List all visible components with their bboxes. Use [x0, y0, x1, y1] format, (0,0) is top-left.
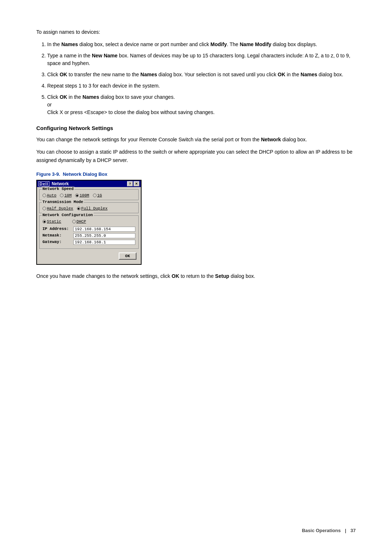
full-duplex[interactable]: Full Duplex [77, 206, 108, 211]
step-2: Type a name in the New Name box. Names o… [47, 52, 356, 67]
ip-label: IP Address: [42, 227, 73, 232]
speed-1g-label: 1G [97, 193, 102, 198]
speed-10m-radio[interactable] [60, 194, 64, 197]
netmask-label: Netmask: [42, 233, 73, 238]
speed-10m-label: 10M [64, 193, 72, 198]
gateway-label: Gateway: [42, 240, 73, 245]
section-para1: You can change the network settings for … [36, 135, 356, 143]
close-button[interactable]: ✕ [134, 181, 139, 186]
dialog-title: Network [52, 181, 69, 186]
help-button[interactable]: ? [127, 181, 133, 186]
static-option[interactable]: Static [42, 219, 61, 224]
dell-logo: Dell [38, 181, 49, 186]
dialog-footer: OK [39, 251, 139, 262]
network-speed-group: Network Speed Auto 10M 100M 1G [39, 189, 139, 200]
half-duplex[interactable]: Half Duplex [42, 206, 73, 211]
speed-10m[interactable]: 10M [60, 193, 72, 198]
full-duplex-label: Full Duplex [81, 206, 108, 211]
step3-bold3: OK [278, 72, 285, 77]
step2-bold1: New Name [92, 53, 118, 58]
section-heading: Configuring Network Settings [36, 125, 356, 131]
network-dialog: Dell Network ? ✕ Network Speed Auto 10M [36, 180, 142, 265]
gateway-value: 192.168.168.1 [73, 240, 135, 245]
step-4: Repeat steps 1 to 3 for each device in t… [47, 82, 356, 90]
speed-auto[interactable]: Auto [42, 193, 56, 198]
step3-bold1: OK [60, 72, 67, 77]
dialog-ok-button[interactable]: OK [119, 252, 136, 260]
page-footer: Basic Operations | 37 [299, 528, 356, 533]
config-legend: Network Configuration [42, 213, 94, 217]
network-config-group: Network Configuration Static DHCP IP Add… [39, 215, 139, 249]
step3-bold4: Names [301, 72, 317, 77]
footer-label: Basic Operations [302, 528, 341, 533]
step5-bold2: Names [82, 94, 99, 100]
speed-auto-radio[interactable] [42, 194, 46, 197]
speed-100m-radio[interactable] [75, 194, 79, 197]
speed-1g-radio[interactable] [93, 194, 97, 197]
transmission-legend: Transmission Mode [42, 200, 84, 204]
step-5: Click OK in the Names dialog box to save… [47, 93, 356, 116]
ip-value: 192.168.168.154 [73, 227, 135, 232]
static-label: Static [47, 219, 61, 224]
netmask-row: Netmask: 255.255.255.0 [42, 233, 135, 238]
half-duplex-radio[interactable] [42, 207, 46, 210]
section-para2: You can choose to assign a static IP add… [36, 148, 356, 164]
half-duplex-label: Half Duplex [47, 206, 73, 211]
dialog-body: Network Speed Auto 10M 100M 1G [37, 187, 141, 264]
steps-list: In the Names dialog box, select a device… [47, 41, 356, 116]
speed-100m-label: 100M [79, 193, 89, 198]
step5-escape-text: Click X or press <Escape> to close the d… [47, 109, 215, 115]
speed-auto-label: Auto [47, 193, 56, 198]
footer-separator: | [345, 528, 346, 533]
dialog-titlebar: Dell Network ? ✕ [37, 181, 141, 187]
static-radio[interactable] [42, 220, 46, 223]
figure-label: Figure 3-9. Network Dialog Box [36, 171, 356, 177]
gateway-row: Gateway: 192.168.168.1 [42, 240, 135, 245]
speed-1g[interactable]: 1G [93, 193, 102, 198]
ip-address-row: IP Address: 192.168.168.154 [42, 227, 135, 232]
netmask-value: 255.255.255.0 [73, 233, 135, 238]
speed-radio-row: Auto 10M 100M 1G [42, 193, 135, 198]
step5-bold1: OK [60, 94, 67, 100]
step1-bold2: Modify [211, 41, 227, 47]
dhcp-radio[interactable] [72, 220, 76, 223]
step-1: In the Names dialog box, select a device… [47, 41, 356, 48]
dhcp-label: DHCP [77, 219, 86, 224]
titlebar-left: Dell Network [38, 181, 69, 186]
dhcp-option[interactable]: DHCP [72, 219, 86, 224]
step-3: Click OK to transfer the new name to the… [47, 71, 356, 78]
speed-legend: Network Speed [42, 187, 74, 191]
transmission-radio-row: Half Duplex Full Duplex [42, 206, 135, 211]
step1-bold1: Names [61, 41, 78, 47]
after-dialog-text: Once you have made changes to the networ… [36, 272, 356, 280]
speed-100m[interactable]: 100M [75, 193, 89, 198]
after-ok-bold: OK [172, 273, 179, 279]
full-duplex-radio[interactable] [77, 207, 81, 210]
step1-bold3: Name Modify [240, 41, 271, 47]
footer-page: 37 [351, 528, 356, 533]
transmission-group: Transmission Mode Half Duplex Full Duple… [39, 202, 139, 213]
para1-bold-network: Network [261, 137, 281, 142]
intro-text: To assign names to devices: [36, 29, 356, 35]
step3-bold2: Names [140, 72, 157, 77]
after-setup-bold: Setup [215, 273, 229, 279]
step5-or: or [47, 102, 52, 108]
config-radio-row: Static DHCP [42, 219, 135, 224]
dialog-controls[interactable]: ? ✕ [127, 181, 139, 186]
